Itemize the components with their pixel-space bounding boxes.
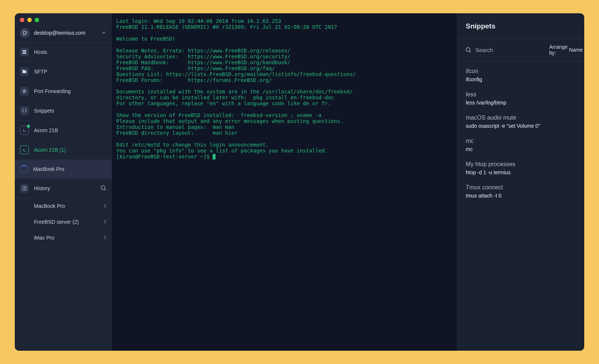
- snippet-title: Tmux connect: [466, 184, 575, 191]
- terminal-output: Last login: Wed Sep 19 02:44:06 2018 fro…: [116, 18, 356, 154]
- nav-label: SFTP: [34, 69, 107, 75]
- snippets-toolbar: Arrange by: Name: [457, 39, 584, 61]
- svg-rect-1: [23, 52, 27, 54]
- snippet-item[interactable]: ifcon ifconfig: [466, 63, 575, 86]
- snippet-command: sudo osascript -e "set Volume 0": [466, 123, 575, 129]
- snippet-command: tmux attach -t 0: [466, 193, 575, 199]
- nav-sftp[interactable]: SFTP: [15, 62, 112, 82]
- snippet-item[interactable]: My htop processes htop -d 1 -u termius: [466, 156, 575, 179]
- nav-label: Hosts: [34, 49, 107, 55]
- session-acorn-21b-1[interactable]: Acorn 21B (1): [15, 140, 112, 160]
- folder-icon: [20, 67, 29, 76]
- session-macbook-pro[interactable]: MacBook Pro: [15, 160, 112, 179]
- close-window-button[interactable]: [20, 18, 24, 22]
- session-label: Acorn 21B (1): [34, 147, 66, 153]
- alert-icon: !: [104, 219, 107, 225]
- svg-point-4: [101, 186, 105, 190]
- snippets-list: ifcon ifconfig less less /var/log/btmp m…: [457, 61, 584, 204]
- nav-label: History: [34, 185, 95, 191]
- braces-icon: [20, 106, 29, 115]
- window-controls: [20, 18, 39, 22]
- snippet-item[interactable]: Tmux connect tmux attach -t 0: [466, 179, 575, 202]
- snippet-title: macOS audio mute: [466, 114, 575, 121]
- hosts-icon: [20, 48, 29, 56]
- history-label: MacBook Pro: [34, 203, 99, 209]
- minimize-window-button[interactable]: [27, 18, 32, 22]
- history-item-freebsd-server[interactable]: FreeBSD server (2) !: [15, 214, 112, 230]
- terminal[interactable]: Last login: Wed Sep 19 02:44:06 2018 fro…: [112, 13, 457, 351]
- svg-line-5: [104, 189, 106, 190]
- snippet-command: htop -d 1 -u termius: [466, 169, 575, 175]
- arrange-label: Arrange by:: [549, 44, 568, 56]
- maximize-window-button[interactable]: [35, 18, 39, 22]
- history-item-imac-pro[interactable]: iMac Pro !: [15, 230, 112, 246]
- arrange-value: Name: [569, 47, 583, 53]
- status-dot-icon: [27, 125, 30, 128]
- snippet-command: less /var/log/btmp: [466, 100, 575, 106]
- nav-snippets[interactable]: Snippets: [15, 101, 112, 121]
- search-input[interactable]: [475, 47, 545, 53]
- history-icon: [20, 184, 29, 193]
- snippet-title: less: [466, 91, 575, 98]
- svg-line-7: [469, 51, 471, 52]
- sidebar: D desktop@termius.com Hosts SFTP Port Fo…: [15, 13, 112, 351]
- chevron-down-icon: [101, 30, 107, 37]
- port-forward-icon: [20, 87, 29, 96]
- snippet-item[interactable]: mc mc: [466, 133, 575, 156]
- svg-rect-0: [23, 50, 27, 52]
- search-icon: [465, 47, 472, 53]
- snippet-title: mc: [466, 138, 575, 144]
- snippet-command: mc: [466, 146, 575, 152]
- nav-port-forwarding[interactable]: Port Forwarding: [15, 82, 112, 101]
- avatar: D: [20, 28, 30, 38]
- terminal-icon: [20, 126, 29, 135]
- terminal-icon: [20, 145, 29, 154]
- terminal-prompt: [kiran@FreeBSD-test-server ~]$: [116, 154, 213, 159]
- session-label: Acorn 21B: [34, 127, 58, 133]
- snippet-item[interactable]: less less /var/log/btmp: [466, 86, 575, 109]
- history-item-macbook-pro[interactable]: MacBook Pro !: [15, 198, 112, 214]
- history-label: iMac Pro: [34, 235, 99, 241]
- nav-hosts[interactable]: Hosts: [15, 42, 112, 62]
- snippet-title: My htop processes: [466, 161, 575, 168]
- history-label: FreeBSD server (2): [34, 219, 99, 225]
- nav-label: Snippets: [34, 108, 107, 114]
- cursor-icon: [213, 154, 216, 159]
- snippet-item[interactable]: macOS audio mute sudo osascript -e "set …: [466, 109, 575, 133]
- snippet-command: ifconfig: [466, 76, 575, 82]
- snippets-panel: Snippets Arrange by: Name ifcon ifconfig…: [457, 13, 584, 351]
- snippets-title: Snippets: [457, 13, 584, 39]
- account-email: desktop@termius.com: [34, 30, 96, 36]
- alert-icon: !: [104, 203, 107, 209]
- session-label: MacBook Pro: [33, 166, 64, 172]
- alert-icon: !: [104, 235, 107, 241]
- svg-point-6: [466, 48, 470, 52]
- account-switcher[interactable]: D desktop@termius.com: [15, 24, 112, 42]
- session-acorn-21b[interactable]: Acorn 21B: [15, 121, 112, 140]
- nav-label: Port Forwarding: [34, 88, 107, 94]
- arrange-by-dropdown[interactable]: Arrange by: Name: [549, 44, 584, 56]
- snippet-title: ifcon: [466, 68, 575, 75]
- loading-spinner-icon: [20, 165, 28, 173]
- app-window: D desktop@termius.com Hosts SFTP Port Fo…: [15, 13, 584, 351]
- nav-history[interactable]: History: [15, 179, 112, 198]
- search-icon[interactable]: [100, 185, 107, 192]
